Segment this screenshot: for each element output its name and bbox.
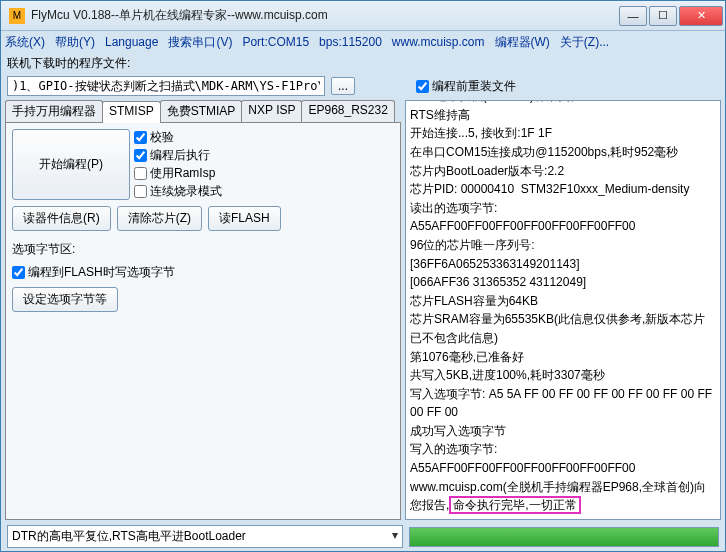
log-line: 在串口COM15连接成功@115200bps,耗时952毫秒 [410, 143, 716, 162]
chk-write-option-bytes[interactable]: 编程到FLASH时写选项字节 [12, 264, 394, 281]
main-area: 手持万用编程器 STMISP 免费STMIAP NXP ISP EP968_RS… [1, 98, 725, 522]
tab-stmisp[interactable]: STMISP [102, 101, 161, 123]
tab-stmiap[interactable]: 免费STMIAP [160, 100, 243, 122]
set-option-bytes-button[interactable]: 设定选项字节等 [12, 287, 118, 312]
minimize-button[interactable]: — [619, 6, 647, 26]
log-line: 第1076毫秒,已准备好 [410, 348, 716, 367]
progress-bar [409, 527, 719, 547]
file-label-row: 联机下载时的程序文件: [1, 53, 725, 74]
log-success-highlight: 命令执行完毕,一切正常 [449, 496, 580, 514]
reload-checkbox[interactable] [416, 80, 429, 93]
log-final-line: www.mcuisp.com(全脱机手持编程器EP968,全球首创)向您报告,命… [410, 478, 716, 515]
titlebar: M FlyMcu V0.188--单片机在线编程专家--www.mcuisp.c… [1, 1, 725, 31]
menu-site[interactable]: www.mcuisp.com [392, 35, 485, 49]
log-line: 写入选项字节: A5 5A FF 00 FF 00 FF 00 FF 00 FF… [410, 385, 716, 422]
clear-chip-button[interactable]: 清除芯片(Z) [117, 206, 202, 231]
app-window: M FlyMcu V0.188--单片机在线编程专家--www.mcuisp.c… [0, 0, 726, 552]
file-path-input[interactable] [7, 76, 325, 96]
menubar: 系统(X) 帮助(Y) Language 搜索串口(V) Port:COM15 … [1, 31, 725, 53]
chk-continuous[interactable]: 连续烧录模式 [134, 183, 222, 200]
tab-handheld[interactable]: 手持万用编程器 [5, 100, 103, 122]
log-line: 芯片PID: 00000410 STM32F10xxx_Medium-densi… [410, 180, 716, 199]
log-line: [36FF6A065253363149201143] [410, 255, 716, 274]
log-line: 96位的芯片唯一序列号: [410, 236, 716, 255]
log-line: 共写入5KB,进度100%,耗时3307毫秒 [410, 366, 716, 385]
log-output[interactable]: RTS置高(+3~+12V),选择进入BootLoader...延时100毫秒D… [405, 100, 721, 520]
reload-label: 编程前重装文件 [432, 78, 516, 95]
menu-search-port[interactable]: 搜索串口(V) [168, 34, 232, 51]
bottom-row: DTR的高电平复位,RTS高电平进BootLoader [1, 522, 725, 551]
log-line: 成功写入选项字节 [410, 422, 716, 441]
menu-programmer[interactable]: 编程器(W) [495, 34, 550, 51]
tabstrip: 手持万用编程器 STMISP 免费STMIAP NXP ISP EP968_RS… [5, 100, 401, 123]
start-program-button[interactable]: 开始编程(P) [12, 129, 130, 200]
window-title: FlyMcu V0.188--单片机在线编程专家--www.mcuisp.com [31, 7, 617, 24]
file-path-row: ... 编程前重装文件 [1, 74, 725, 98]
log-line: 读出的选项字节: [410, 199, 716, 218]
menu-help[interactable]: 帮助(Y) [55, 34, 95, 51]
log-line: A55AFF00FF00FF00FF00FF00FF00FF00 [410, 217, 716, 236]
log-line: [066AFF36 31365352 43112049] [410, 273, 716, 292]
tab-content: 开始编程(P) 校验 编程后执行 使用RamIsp 连续烧录模式 读器件信息(R… [5, 123, 401, 520]
browse-button[interactable]: ... [331, 77, 355, 95]
chk-verify[interactable]: 校验 [134, 129, 222, 146]
menu-language[interactable]: Language [105, 35, 158, 49]
reload-checkbox-wrap[interactable]: 编程前重装文件 [416, 78, 516, 95]
log-line: 开始连接...5, 接收到:1F 1F [410, 124, 716, 143]
chk-ramisp[interactable]: 使用RamIsp [134, 165, 222, 182]
tab-ep968[interactable]: EP968_RS232 [301, 100, 394, 122]
log-line: 芯片内BootLoader版本号:2.2 [410, 162, 716, 181]
combo-value: DTR的高电平复位,RTS高电平进BootLoader [12, 529, 246, 543]
menu-about[interactable]: 关于(Z)... [560, 34, 609, 51]
log-line: RTS维持高 [410, 106, 716, 125]
app-icon: M [9, 8, 25, 24]
maximize-button[interactable]: ☐ [649, 6, 677, 26]
option-bytes-label: 选项字节区: [12, 241, 394, 258]
tab-nxpisp[interactable]: NXP ISP [241, 100, 302, 122]
file-label: 联机下载时的程序文件: [7, 55, 130, 72]
close-button[interactable]: ✕ [679, 6, 723, 26]
reset-mode-combo[interactable]: DTR的高电平复位,RTS高电平进BootLoader [7, 525, 403, 548]
read-flash-button[interactable]: 读FLASH [208, 206, 281, 231]
menu-port[interactable]: Port:COM15 [242, 35, 309, 49]
log-line: 芯片SRAM容量为65535KB(此信息仅供参考,新版本芯片已不包含此信息) [410, 310, 716, 347]
read-device-info-button[interactable]: 读器件信息(R) [12, 206, 111, 231]
log-line: A55AFF00FF00FF00FF00FF00FF00FF00 [410, 459, 716, 478]
log-line: 写入的选项字节: [410, 440, 716, 459]
chk-runafter[interactable]: 编程后执行 [134, 147, 222, 164]
log-line: 芯片FLASH容量为64KB [410, 292, 716, 311]
left-pane: 手持万用编程器 STMISP 免费STMIAP NXP ISP EP968_RS… [5, 100, 401, 520]
menu-bps[interactable]: bps:115200 [319, 35, 382, 49]
menu-system[interactable]: 系统(X) [5, 34, 45, 51]
